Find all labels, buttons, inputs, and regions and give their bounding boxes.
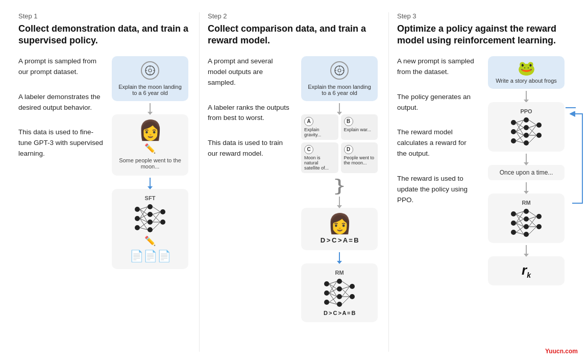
step2-text2: A labeler ranks the outputs from best to…: [208, 103, 292, 124]
step2-title: Collect comparison data, and train a rew…: [208, 23, 380, 47]
output-b: B Explain war...: [341, 114, 378, 140]
output-d-text: People went to the moon...: [344, 155, 375, 165]
step3-output-box: Once upon a time...: [488, 165, 565, 180]
svg-line-16: [140, 209, 148, 214]
step3-label: Step 3: [397, 12, 416, 20]
step1-model-label: SFT: [145, 195, 156, 201]
step1-title: Collect demonstration data, and train a …: [18, 23, 191, 47]
output-c: C Moon is natural satellite of...: [301, 142, 338, 173]
svg-point-7: [135, 216, 140, 221]
step1-labeler-box: 👩 ✏️ Some people went to the moon...: [112, 114, 188, 176]
svg-point-1: [149, 69, 152, 72]
watermark: Yuucn.com: [545, 348, 578, 355]
svg-point-61: [511, 129, 516, 134]
step3-arrow1: [526, 91, 527, 100]
svg-point-9: [148, 204, 153, 209]
svg-point-39: [337, 279, 342, 284]
step3-text4: The reward is used to update the policy …: [397, 174, 477, 206]
labeler-icon: 👩: [138, 120, 162, 140]
svg-point-6: [135, 207, 140, 212]
svg-line-46: [329, 284, 337, 289]
step1-text2: A labeler demonstrates the desired outpu…: [18, 92, 103, 113]
svg-line-103: [529, 211, 536, 216]
svg-line-101: [516, 227, 524, 232]
output-c-text: Moon is natural satellite of...: [304, 155, 335, 171]
output-a: A Explain gravity...: [301, 114, 338, 140]
step2-diagram: Explain the moon landing to a 6 year old…: [299, 56, 380, 323]
svg-line-22: [140, 222, 148, 228]
step1-label: Step 1: [18, 12, 38, 20]
step3-reward-box: rk: [488, 256, 565, 285]
svg-point-13: [160, 209, 165, 214]
svg-point-92: [536, 214, 542, 219]
svg-point-63: [524, 117, 529, 123]
step3-ppo-box: PPO: [488, 102, 565, 152]
step1-text1: A prompt is sampled from our prompt data…: [18, 56, 103, 78]
svg-point-38: [324, 300, 329, 305]
svg-point-40: [337, 286, 342, 292]
step3-text1: A new prompt is sampled from the dataset…: [397, 56, 477, 78]
step3-rm-svg: [508, 209, 544, 237]
step2-outputs-grid: A Explain gravity... B Explain war... C …: [301, 114, 378, 173]
step2-arrow1: [339, 103, 340, 112]
svg-point-10: [148, 212, 153, 217]
svg-point-90: [524, 224, 529, 229]
svg-point-12: [148, 227, 153, 232]
svg-line-78: [529, 120, 536, 125]
svg-point-66: [524, 140, 529, 145]
step3-arrow4: [526, 245, 527, 254]
step1-arrow2: [150, 178, 151, 187]
svg-point-44: [350, 294, 355, 299]
svg-point-43: [350, 284, 355, 289]
step3-column: Step 3 Optimize a policy against the rew…: [389, 12, 578, 352]
step2-labeler-icon: 👩: [328, 214, 352, 233]
svg-line-24: [153, 207, 160, 212]
step1-nn-svg: [132, 204, 168, 232]
step3-rm-label: RM: [522, 200, 530, 206]
svg-point-86: [511, 221, 516, 226]
step1-sft-box: SFT: [112, 189, 188, 269]
feedback-arrow-right: [566, 107, 576, 108]
svg-point-68: [536, 133, 542, 138]
svg-point-91: [524, 232, 529, 237]
step3-text-col: A new prompt is sampled from the dataset…: [397, 56, 477, 285]
step1-prompt-box: Explain the moon landing to a 6 year old: [112, 56, 188, 101]
pencil-icon: ✏️: [144, 143, 156, 154]
svg-line-59: [342, 297, 350, 304]
svg-line-54: [342, 281, 350, 286]
step1-text-col: A prompt is sampled from our prompt data…: [18, 56, 103, 269]
svg-point-36: [324, 281, 329, 286]
docs-icon: 📄📄📄: [130, 250, 171, 263]
curly-brace: }: [301, 179, 378, 190]
step2-rm-box: RM: [301, 263, 378, 322]
step1-arrow1: [150, 103, 151, 112]
frog-icon: 🐸: [518, 61, 535, 76]
step3-text3: The reward model calculates a reward for…: [397, 127, 477, 159]
svg-line-52: [329, 297, 337, 302]
step2-text-col: A prompt and several model outputs are s…: [208, 56, 292, 323]
step1-column: Step 1 Collect demonstration data, and t…: [10, 12, 200, 352]
svg-point-65: [524, 133, 529, 138]
pencil-icon2: ✏️: [144, 235, 156, 247]
svg-point-64: [524, 125, 529, 130]
feedback-loop-svg: [570, 111, 585, 213]
step2-rm-ranking: D > C > A = B: [301, 310, 378, 316]
svg-point-89: [524, 216, 529, 222]
step2-prompt-icon: [330, 61, 349, 80]
output-b-letter: B: [344, 117, 353, 126]
step2-arrow3: [339, 252, 340, 261]
step3-reward-symbol: rk: [522, 262, 531, 279]
output-c-letter: C: [304, 145, 313, 154]
step3-prompt-box: 🐸 Write a story about frogs: [488, 56, 565, 89]
svg-point-41: [337, 294, 342, 299]
step2-label: Step 2: [208, 12, 227, 20]
output-d: D People went to the moon...: [341, 142, 378, 173]
step2-text3: This data is used to train our reward mo…: [208, 138, 292, 159]
prompt-icon: [141, 61, 159, 80]
step2-prompt-text: Explain the moon landing to a 6 year old: [307, 84, 372, 96]
svg-line-70: [516, 123, 524, 128]
step3-rm-box: RM: [488, 193, 565, 243]
step1-diagram: Explain the moon landing to a 6 year old…: [109, 56, 191, 269]
step2-model-label: RM: [335, 270, 344, 276]
step3-text2: The policy generates an output.: [397, 92, 477, 113]
